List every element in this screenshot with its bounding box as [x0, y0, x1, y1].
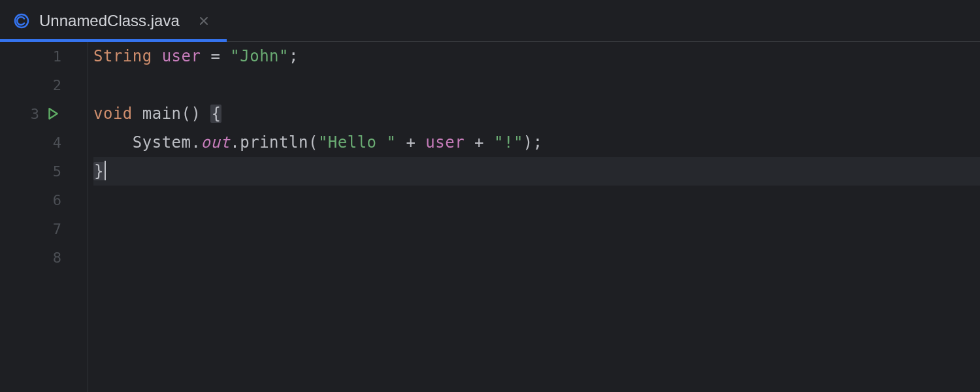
line-number: 1 — [0, 42, 88, 71]
code-editor[interactable]: 1 2 3 4 5 6 7 8 String user = "John"; vo… — [0, 42, 980, 392]
tab-bar: UnnamedClass.java — [0, 0, 980, 42]
code-line[interactable]: } — [93, 157, 980, 186]
line-number: 3 — [0, 99, 88, 128]
code-line[interactable]: void main() { — [93, 99, 980, 128]
line-number: 2 — [0, 71, 88, 99]
tab-unnamedclass[interactable]: UnnamedClass.java — [0, 0, 227, 41]
close-icon[interactable] — [195, 12, 212, 29]
code-line[interactable] — [93, 71, 980, 99]
code-area[interactable]: String user = "John"; void main() { Syst… — [88, 42, 980, 392]
code-line[interactable] — [93, 186, 980, 214]
line-number: 7 — [0, 214, 88, 243]
gutter: 1 2 3 4 5 6 7 8 — [0, 42, 88, 392]
line-number: 6 — [0, 186, 88, 214]
code-line[interactable]: System.out.println("Hello " + user + "!"… — [93, 128, 980, 157]
class-file-icon — [13, 12, 30, 29]
text-cursor — [105, 161, 106, 180]
tab-title: UnnamedClass.java — [39, 12, 180, 30]
code-line[interactable] — [93, 214, 980, 243]
code-line[interactable] — [93, 243, 980, 272]
line-number: 8 — [0, 243, 88, 272]
line-number: 4 — [0, 128, 88, 157]
run-gutter-icon[interactable] — [46, 106, 60, 121]
code-line[interactable]: String user = "John"; — [93, 42, 980, 71]
line-number: 5 — [0, 157, 88, 186]
